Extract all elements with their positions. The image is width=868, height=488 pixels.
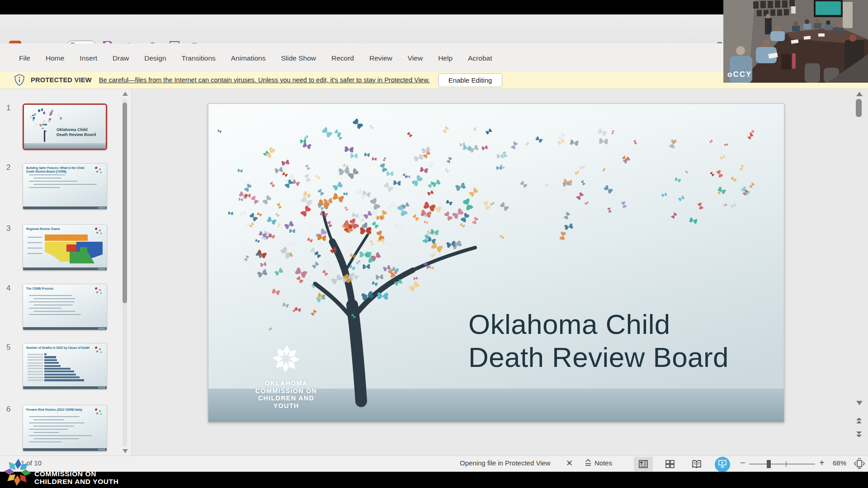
mini-bullet-line [29, 314, 81, 315]
butterfly-icon [322, 196, 333, 206]
previous-slide-button[interactable] [856, 417, 862, 424]
mini-bullet-line [29, 416, 80, 417]
mini-slide-title: Oklahoma ChildDeath Review Board [57, 127, 96, 138]
mini-bullet-line [29, 301, 75, 302]
butterfly-icon [302, 173, 312, 183]
butterfly-icon [601, 167, 606, 172]
slide-thumbnail-6[interactable]: Firearm Risk Factors (2022 CDRB Data) [23, 405, 107, 451]
butterfly-icon [310, 283, 316, 289]
butterfly-icon [350, 312, 357, 319]
slide-thumbnail-3[interactable]: Regional Review Teams [23, 224, 107, 271]
zoom-in-button[interactable]: + [819, 458, 825, 468]
butterfly-icon [319, 125, 335, 140]
menu-item-acrobat[interactable]: Acrobat [462, 52, 498, 65]
reading-view-button[interactable] [687, 457, 706, 471]
butterfly-icon [298, 203, 314, 219]
thumbnail-number: 5 [6, 343, 10, 352]
next-slide-button[interactable] [856, 431, 862, 438]
butterfly-icon [393, 221, 405, 232]
occy-watermark-logo: COMMISSION ON CHILDREN AND YOUTH [2, 456, 146, 488]
butterfly-icon [534, 135, 544, 145]
menu-bar-items: FileHomeInsertDrawDesignTransitionsAnima… [13, 52, 498, 65]
zoom-out-button[interactable]: − [740, 458, 745, 468]
mini-slide-footer [23, 327, 107, 330]
menu-item-animations[interactable]: Animations [225, 52, 272, 65]
butterfly-icon [281, 301, 290, 310]
powerpoint-window: P AutoSave Off ↶ ⌄ ↻ 9. 112125-CDRB-Comm… [0, 0, 868, 488]
mini-slide-title: Firearm Risk Factors (2022 CDRB Data) [26, 408, 93, 412]
zoom-percentage[interactable]: 68% [833, 459, 846, 467]
slide-thumbnail-1[interactable]: Oklahoma ChildDeath Review Board [23, 103, 107, 150]
menu-item-home[interactable]: Home [39, 52, 71, 65]
butterfly-icon [260, 193, 274, 206]
main-scroll-thumb[interactable] [856, 99, 862, 117]
butterfly-icon [426, 189, 435, 197]
butterfly-icon [440, 125, 450, 135]
butterfly-icon [723, 203, 728, 207]
scroll-up-arrow-icon[interactable] [856, 92, 863, 96]
butterfly-icon [708, 139, 713, 144]
enable-editing-button[interactable]: Enable Editing [438, 73, 503, 87]
slide-thumbnail-5[interactable]: Number of Deaths in 2022 by Cause of Dea… [23, 343, 107, 389]
mini-chart-row [28, 365, 84, 367]
scroll-down-arrow-icon[interactable] [123, 449, 128, 453]
slideshow-view-button[interactable] [713, 457, 732, 471]
butterfly-icon [245, 192, 251, 199]
mini-chart-row [28, 376, 84, 378]
mini-bullet-line [33, 178, 61, 178]
menu-item-record[interactable]: Record [325, 52, 360, 65]
menu-item-transitions[interactable]: Transitions [175, 52, 222, 65]
protected-view-message-link[interactable]: Be careful—files from the Internet can c… [99, 76, 430, 84]
butterfly-icon [239, 209, 248, 218]
butterfly-icon [280, 158, 290, 168]
menu-item-insert[interactable]: Insert [73, 52, 104, 65]
butterfly-icon [308, 223, 313, 228]
mini-bullet-line [29, 295, 72, 296]
thumbnail-scrollbar[interactable] [122, 92, 128, 453]
main-vertical-scrollbar[interactable] [855, 89, 863, 456]
notes-button[interactable]: Notes [584, 459, 612, 467]
butterfly-decoration-icon [94, 346, 104, 355]
menu-item-help[interactable]: Help [432, 52, 459, 65]
butterfly-icon [326, 305, 336, 314]
butterfly-icon [716, 184, 727, 196]
butterfly-icon [363, 151, 370, 158]
butterfly-icon [492, 229, 499, 235]
scroll-up-arrow-icon[interactable] [123, 92, 128, 96]
menu-item-slide-show[interactable]: Slide Show [274, 52, 322, 65]
butterfly-icon [579, 164, 585, 171]
thumbnail-scroll-thumb[interactable] [123, 103, 127, 303]
butterfly-icon [245, 221, 251, 228]
butterfly-icon [730, 202, 737, 210]
menu-item-view[interactable]: View [401, 52, 429, 65]
menu-item-design[interactable]: Design [138, 52, 172, 65]
mini-slide-title: Regional Review Teams [26, 227, 93, 231]
butterfly-decoration-icon [94, 166, 104, 175]
reading-view-icon [692, 460, 702, 468]
slide-thumbnail-4[interactable]: The CDRB Process [23, 284, 107, 330]
butterfly-icon [316, 187, 326, 197]
occy-logo-line: CHILDREN AND [227, 394, 345, 402]
menu-item-review[interactable]: Review [363, 52, 399, 65]
slideshow-view-icon [718, 460, 727, 469]
mini-slide-title: The CDRB Process [26, 287, 93, 291]
zoom-slider-track[interactable] [749, 464, 815, 465]
scroll-down-arrow-icon[interactable] [856, 401, 863, 405]
mini-chart-row [28, 368, 84, 370]
mini-slide-footer [23, 267, 107, 270]
menu-item-file[interactable]: File [13, 52, 37, 65]
butterfly-icon [423, 220, 429, 225]
normal-view-button[interactable] [634, 457, 653, 471]
zoom-slider-thumb[interactable] [767, 460, 771, 468]
butterfly-decoration-icon [94, 286, 104, 296]
slide-canvas: Oklahoma Child Death Review Board OKLAHO… [208, 103, 784, 422]
slide-thumbnail-2[interactable]: Building Safer Futures: What is the Chil… [23, 163, 107, 210]
butterfly-icon [473, 127, 477, 131]
butterfly-icon [677, 194, 686, 203]
dismiss-status-button[interactable]: ✕ [566, 458, 573, 468]
menu-item-draw[interactable]: Draw [106, 52, 135, 65]
fit-slide-to-window-button[interactable] [854, 458, 865, 470]
slide-sorter-view-button[interactable] [660, 457, 679, 471]
mini-ground [24, 143, 106, 149]
mini-bullet-line [29, 174, 66, 175]
